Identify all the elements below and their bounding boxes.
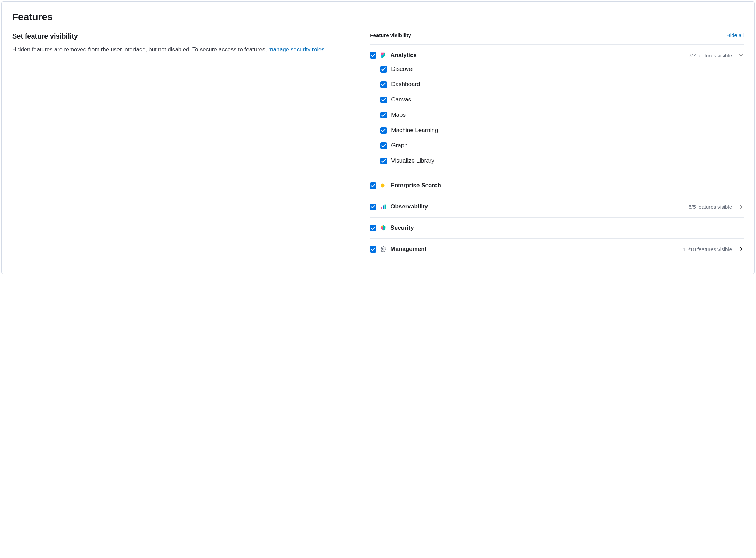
check-icon (381, 82, 386, 87)
features-panel: Features Set feature visibility Hidden f… (1, 1, 755, 274)
check-icon (371, 205, 375, 209)
checkbox-analytics[interactable] (370, 52, 376, 59)
category-label: Observability (390, 203, 685, 210)
visibility-header: Feature visibility Hide all (370, 32, 744, 45)
visible-count: 7/7 features visible (689, 52, 732, 58)
sub-features-analytics: Discover Dashboard Canvas Maps Machine L… (370, 61, 744, 175)
check-icon (381, 98, 386, 102)
sub-row-maps: Maps (380, 107, 744, 123)
category-row-enterprise-search: Enterprise Search (370, 175, 744, 196)
page-title: Features (12, 11, 744, 23)
sub-row-discover: Discover (380, 61, 744, 77)
checkbox-enterprise-search[interactable] (370, 182, 376, 189)
sub-row-canvas: Canvas (380, 92, 744, 107)
sub-row-dashboard: Dashboard (380, 77, 744, 92)
right-column: Feature visibility Hide all Analytics 7/… (370, 32, 744, 260)
analytics-icon (380, 52, 387, 59)
description-period: . (325, 46, 326, 52)
check-icon (381, 128, 386, 133)
sub-label: Maps (391, 112, 406, 118)
checkbox-machine-learning[interactable] (380, 127, 387, 134)
checkbox-graph[interactable] (380, 142, 387, 149)
left-column: Set feature visibility Hidden features a… (12, 32, 356, 260)
chevron-right-icon[interactable] (738, 204, 744, 210)
svg-point-0 (381, 184, 385, 188)
description: Hidden features are removed from the use… (12, 45, 356, 54)
visibility-title: Feature visibility (370, 32, 411, 38)
category-row-observability: Observability 5/5 features visible (370, 196, 744, 218)
visible-count: 10/10 features visible (683, 246, 732, 252)
sub-label: Discover (391, 66, 414, 73)
columns: Set feature visibility Hidden features a… (12, 32, 744, 260)
checkbox-visualize-library[interactable] (380, 158, 387, 164)
sub-label: Visualize Library (391, 157, 434, 164)
category-label: Management (390, 246, 679, 253)
checkbox-observability[interactable] (370, 204, 376, 210)
svg-rect-1 (381, 207, 382, 209)
check-icon (381, 159, 386, 163)
svg-rect-2 (383, 205, 384, 209)
checkbox-discover[interactable] (380, 66, 387, 73)
section-heading: Set feature visibility (12, 32, 356, 40)
sub-row-visualize-library: Visualize Library (380, 153, 744, 169)
sub-row-machine-learning: Machine Learning (380, 123, 744, 138)
check-icon (371, 226, 375, 230)
sub-label: Canvas (391, 96, 411, 103)
svg-rect-3 (385, 205, 386, 209)
category-label: Enterprise Search (390, 182, 744, 189)
chevron-down-icon[interactable] (738, 52, 744, 58)
check-icon (371, 247, 375, 252)
checkbox-dashboard[interactable] (380, 81, 387, 88)
svg-point-4 (383, 248, 384, 250)
hide-all-button[interactable]: Hide all (726, 32, 744, 38)
security-icon (380, 224, 387, 231)
management-icon (380, 246, 387, 253)
sub-row-graph: Graph (380, 138, 744, 153)
check-icon (371, 183, 375, 188)
category-label: Security (390, 224, 744, 231)
check-icon (381, 67, 386, 72)
category-row-management: Management 10/10 features visible (370, 239, 744, 260)
category-row-security: Security (370, 218, 744, 239)
check-icon (371, 53, 375, 58)
visible-count: 5/5 features visible (689, 204, 732, 210)
checkbox-maps[interactable] (380, 112, 387, 118)
chevron-right-icon[interactable] (738, 246, 744, 252)
observability-icon (380, 203, 387, 210)
sub-label: Graph (391, 142, 407, 149)
category-row-analytics: Analytics 7/7 features visible (370, 45, 744, 61)
check-icon (381, 143, 386, 148)
sub-label: Machine Learning (391, 127, 438, 134)
checkbox-security[interactable] (370, 225, 376, 231)
checkbox-canvas[interactable] (380, 97, 387, 103)
enterprise-search-icon (380, 182, 387, 189)
description-text: Hidden features are removed from the use… (12, 46, 268, 52)
manage-security-roles-link[interactable]: manage security roles (268, 46, 324, 52)
checkbox-management[interactable] (370, 246, 376, 253)
sub-label: Dashboard (391, 81, 420, 88)
category-label: Analytics (390, 52, 685, 59)
check-icon (381, 113, 386, 117)
